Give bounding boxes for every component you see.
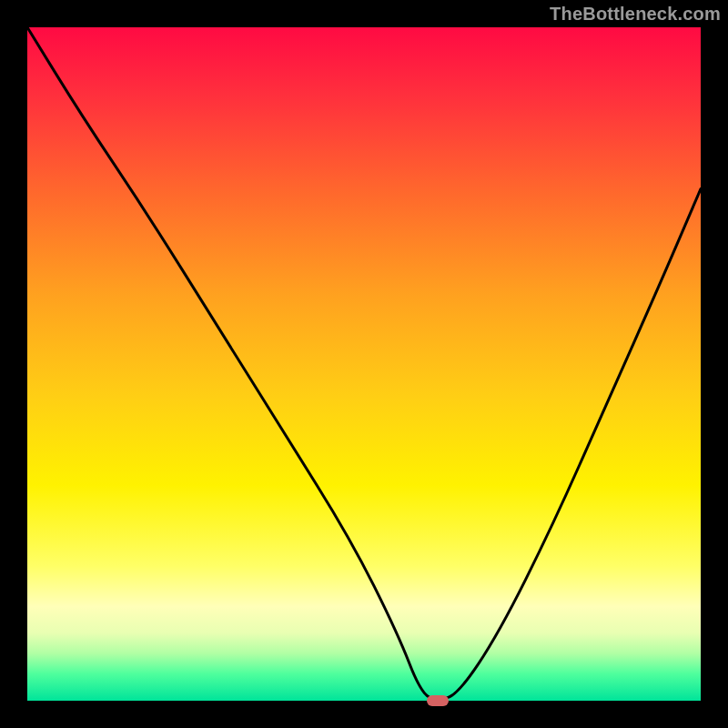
curve-svg [27,27,701,701]
chart-frame: TheBottleneck.com [0,0,728,728]
plot-area [27,27,701,701]
watermark-text: TheBottleneck.com [550,4,721,25]
optimum-marker [427,695,449,706]
bottleneck-curve-path [27,27,701,699]
